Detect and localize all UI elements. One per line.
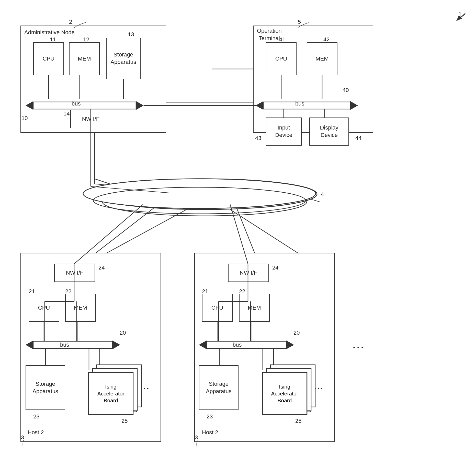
host-right-nwif-ref: 24	[272, 264, 278, 271]
op-cpu-ref: 41	[279, 36, 285, 43]
host-right-cpu-box: CPU	[202, 294, 233, 322]
host-left-mem-box: MEM	[65, 294, 96, 322]
host-left-nwif-box: NW I/F	[54, 264, 95, 282]
host-right-cpu-ref: 21	[202, 288, 208, 295]
host-left-mem-ref: 22	[65, 288, 71, 295]
op-display-ref: 44	[355, 135, 361, 142]
host-right-dots: ...	[314, 382, 324, 391]
op-bus-ref: 40	[343, 87, 349, 93]
host-left-nwif-ref: 24	[98, 264, 105, 271]
admin-mem-ref: 12	[83, 36, 89, 43]
op-terminal-ref: 5	[298, 19, 301, 25]
host-left-dots: ...	[140, 382, 150, 391]
host-right-label: Host 2	[202, 429, 218, 436]
diagram: 1 Administrative Node 2 CPU 11 MEM 12 St…	[0, 0, 476, 469]
host-right-bus-label: bus	[233, 342, 242, 348]
svg-point-63	[83, 179, 316, 208]
op-cpu-box: CPU	[266, 42, 297, 75]
admin-bus-label: bus	[72, 100, 81, 107]
host-right-ising-front: Ising Accelerator Board	[262, 372, 307, 415]
host-right-mem-box: MEM	[239, 294, 270, 322]
op-display-box: Display Device	[309, 118, 349, 146]
host-right-storage-box: Storage Apparatus	[199, 365, 239, 410]
admin-bus-ref: 10	[21, 115, 28, 122]
op-mem-box: MEM	[307, 42, 337, 75]
host-left-ref: 3	[21, 434, 24, 441]
op-input-box: Input Device	[266, 118, 302, 146]
host-right-ref: 3	[195, 434, 198, 441]
op-mem-ref: 42	[323, 36, 330, 43]
svg-line-4	[230, 209, 302, 255]
admin-cpu-ref: 11	[50, 36, 56, 43]
admin-nwif-ref: 14	[63, 110, 70, 117]
svg-point-7	[92, 179, 317, 209]
svg-line-2	[95, 179, 187, 209]
outer-dots: ...	[353, 340, 365, 350]
host-left-storage-box: Storage Apparatus	[26, 365, 65, 410]
host-left-ising-ref: 25	[121, 418, 128, 424]
svg-line-66	[91, 186, 169, 193]
host-right-bus-ref: 20	[293, 330, 300, 336]
op-bus-label: bus	[295, 100, 304, 107]
host-left-ising-front: Ising Accelerator Board	[88, 372, 133, 415]
op-input-ref: 43	[255, 135, 261, 142]
network-ref: 4	[321, 191, 324, 198]
svg-point-8	[102, 188, 307, 216]
svg-line-30	[307, 198, 320, 202]
admin-node-label: Administrative Node	[24, 28, 75, 37]
svg-line-3	[102, 209, 187, 255]
host-right-ising-ref: 25	[295, 418, 301, 424]
svg-point-64	[93, 187, 305, 214]
host-left-label: Host 2	[28, 429, 44, 436]
figure-number: 1	[458, 11, 462, 19]
host-right-storage-ref: 23	[207, 413, 213, 420]
host-left-cpu-box: CPU	[29, 294, 59, 322]
host-left-bus-label: bus	[60, 342, 69, 348]
host-left-cpu-ref: 21	[29, 288, 35, 295]
admin-nwif-box: NW I/F	[70, 110, 111, 128]
svg-line-49	[95, 184, 194, 193]
admin-storage-box: Storage Apparatus	[106, 38, 141, 79]
admin-storage-ref: 13	[128, 31, 134, 38]
host-right-mem-ref: 22	[239, 288, 245, 295]
admin-node-ref: 2	[69, 19, 72, 25]
host-left-storage-ref: 23	[33, 413, 39, 420]
admin-mem-box: MEM	[69, 42, 100, 75]
host-left-bus-ref: 20	[120, 330, 126, 336]
host-right-nwif-box: NW I/F	[228, 264, 269, 282]
admin-cpu-box: CPU	[33, 42, 64, 75]
